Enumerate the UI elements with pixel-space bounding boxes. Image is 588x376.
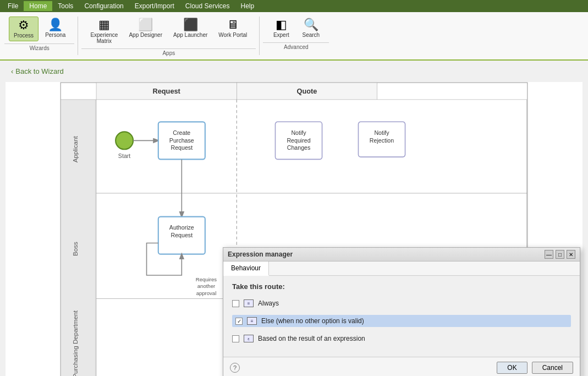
expression-checkbox[interactable] bbox=[232, 335, 239, 342]
work-portal-label: Work Portal bbox=[218, 32, 247, 38]
menu-help[interactable]: Help bbox=[235, 1, 260, 11]
ribbon-btn-persona[interactable]: 👤 Persona bbox=[41, 17, 70, 41]
always-option-icon: ≡ bbox=[244, 299, 254, 307]
back-label: Back to Wizard bbox=[15, 67, 63, 75]
search-icon: 🔍 bbox=[304, 19, 318, 31]
ribbon-btn-search[interactable]: 🔍 Search bbox=[297, 17, 325, 40]
menu-tools[interactable]: Tools bbox=[52, 1, 79, 11]
ribbon-group-wizards-items: ⚙ Process 👤 Persona bbox=[4, 14, 74, 43]
ribbon-btn-experience-matrix[interactable]: ▦ ExperienceMatrix bbox=[86, 17, 122, 46]
dialog-option-always: ≡ Always bbox=[232, 297, 571, 309]
svg-text:another: another bbox=[197, 283, 216, 289]
always-checkbox[interactable] bbox=[232, 300, 239, 307]
dialog-option-expression: ε Based on the result of an expression bbox=[232, 333, 571, 345]
svg-text:Create: Create bbox=[173, 129, 190, 136]
ribbon-btn-app-launcher[interactable]: ⬛ App Launcher bbox=[169, 17, 212, 46]
separator-1 bbox=[78, 17, 78, 55]
back-button[interactable]: ‹ Back to Wizard bbox=[0, 61, 588, 82]
menu-bar: File Home Tools Configuration Export/Imp… bbox=[0, 0, 588, 12]
dialog-tab-behaviour[interactable]: Behaviour bbox=[223, 261, 269, 276]
back-chevron-icon: ‹ bbox=[11, 67, 13, 75]
ribbon-group-wizards-label: Wizards bbox=[4, 43, 74, 52]
ribbon-btn-process[interactable]: ⚙ Process bbox=[9, 17, 39, 41]
ribbon-group-advanced-label: Advanced bbox=[263, 42, 329, 51]
menu-export-import[interactable]: Export/Import bbox=[129, 1, 180, 11]
svg-text:approval: approval bbox=[196, 290, 217, 296]
process-label: Process bbox=[14, 32, 34, 39]
svg-text:Authorize: Authorize bbox=[169, 224, 194, 231]
separator-2 bbox=[259, 17, 260, 55]
ribbon-btn-app-designer[interactable]: ⬜ App Designer bbox=[124, 17, 167, 46]
dialog-title: Expression manager bbox=[228, 250, 293, 258]
svg-text:Requires: Requires bbox=[196, 276, 217, 282]
svg-text:Notify: Notify bbox=[291, 129, 306, 136]
dialog-footer-buttons: OK Cancel bbox=[497, 362, 573, 374]
app-designer-icon: ⬜ bbox=[138, 19, 153, 31]
else-label: Else (when no other option is valid) bbox=[261, 317, 364, 325]
ribbon-group-apps: ▦ ExperienceMatrix ⬜ App Designer ⬛ App … bbox=[81, 14, 256, 57]
menu-configuration[interactable]: Configuration bbox=[79, 1, 129, 11]
svg-text:Purchasing Department: Purchasing Department bbox=[72, 310, 79, 376]
svg-text:Purchase: Purchase bbox=[169, 137, 194, 144]
help-icon[interactable]: ? bbox=[230, 363, 240, 373]
dialog-footer: ? OK Cancel bbox=[223, 357, 580, 376]
ribbon-group-apps-items: ▦ ExperienceMatrix ⬜ App Designer ⬛ App … bbox=[81, 14, 256, 48]
dialog-maximize-button[interactable]: □ bbox=[556, 250, 564, 259]
svg-text:Request: Request bbox=[171, 144, 193, 151]
menu-file[interactable]: File bbox=[2, 1, 24, 11]
ribbon-group-wizards: ⚙ Process 👤 Persona Wizards bbox=[4, 14, 74, 57]
always-label: Always bbox=[258, 299, 279, 307]
ribbon-btn-expert[interactable]: ◧ Expert bbox=[267, 17, 295, 40]
svg-text:Boss: Boss bbox=[72, 242, 79, 256]
search-label: Search bbox=[303, 32, 320, 38]
dialog-option-else: ≡ Else (when no other option is valid) bbox=[232, 315, 571, 327]
ribbon-group-advanced-items: ◧ Expert 🔍 Search bbox=[263, 14, 329, 42]
ribbon-content: ⚙ Process 👤 Persona Wizards ▦ Experience… bbox=[0, 12, 588, 59]
expression-label: Based on the result of an expression bbox=[258, 335, 365, 342]
main-area: Request Quote Applicant Boss Purchasing … bbox=[0, 82, 588, 376]
ribbon-btn-work-portal[interactable]: 🖥 Work Portal bbox=[214, 17, 251, 46]
ribbon-group-apps-label: Apps bbox=[81, 48, 256, 57]
svg-text:Notify: Notify bbox=[374, 129, 389, 136]
dialog-minimize-button[interactable]: — bbox=[545, 250, 553, 259]
dialog-titlebar[interactable]: Expression manager — □ ✕ bbox=[223, 248, 580, 261]
svg-text:Request: Request bbox=[171, 232, 193, 238]
menu-cloud-services[interactable]: Cloud Services bbox=[180, 1, 235, 11]
persona-label: Persona bbox=[45, 32, 65, 38]
work-portal-icon: 🖥 bbox=[227, 19, 239, 31]
dialog-close-button[interactable]: ✕ bbox=[567, 250, 575, 259]
expression-option-icon: ε bbox=[244, 335, 254, 342]
else-option-icon: ≡ bbox=[247, 317, 257, 325]
app-launcher-icon: ⬛ bbox=[183, 19, 198, 31]
app-launcher-label: App Launcher bbox=[173, 32, 207, 38]
cancel-button[interactable]: Cancel bbox=[532, 362, 573, 374]
dialog-tabs: Behaviour bbox=[223, 261, 580, 276]
ok-button[interactable]: OK bbox=[497, 362, 527, 374]
experience-matrix-label: ExperienceMatrix bbox=[90, 32, 118, 44]
svg-text:Applicant: Applicant bbox=[72, 136, 79, 163]
ribbon: ⚙ Process 👤 Persona Wizards ▦ Experience… bbox=[0, 12, 588, 61]
dialog-controls: — □ ✕ bbox=[545, 250, 575, 259]
experience-matrix-icon: ▦ bbox=[98, 19, 110, 31]
dialog-section-title: Take this route: bbox=[232, 282, 571, 291]
app-designer-label: App Designer bbox=[129, 32, 162, 38]
svg-text:Required: Required bbox=[287, 137, 310, 144]
else-checkbox[interactable] bbox=[235, 318, 243, 325]
expression-manager-dialog: Expression manager — □ ✕ Behaviour Take … bbox=[223, 247, 580, 376]
expert-label: Expert bbox=[273, 32, 289, 38]
ribbon-group-advanced: ◧ Expert 🔍 Search Advanced bbox=[263, 14, 329, 57]
process-icon: ⚙ bbox=[18, 19, 29, 31]
svg-text:Changes: Changes bbox=[287, 144, 311, 151]
expert-icon: ◧ bbox=[276, 19, 287, 31]
dialog-body: Take this route: ≡ Always ≡ Else (when n… bbox=[223, 276, 580, 357]
persona-icon: 👤 bbox=[48, 19, 63, 31]
svg-text:Quote: Quote bbox=[296, 87, 317, 95]
menu-home[interactable]: Home bbox=[24, 1, 52, 11]
svg-text:Rejection: Rejection bbox=[370, 137, 394, 144]
svg-text:Start: Start bbox=[118, 152, 130, 159]
svg-point-13 bbox=[116, 132, 133, 149]
svg-text:Request: Request bbox=[153, 87, 181, 95]
